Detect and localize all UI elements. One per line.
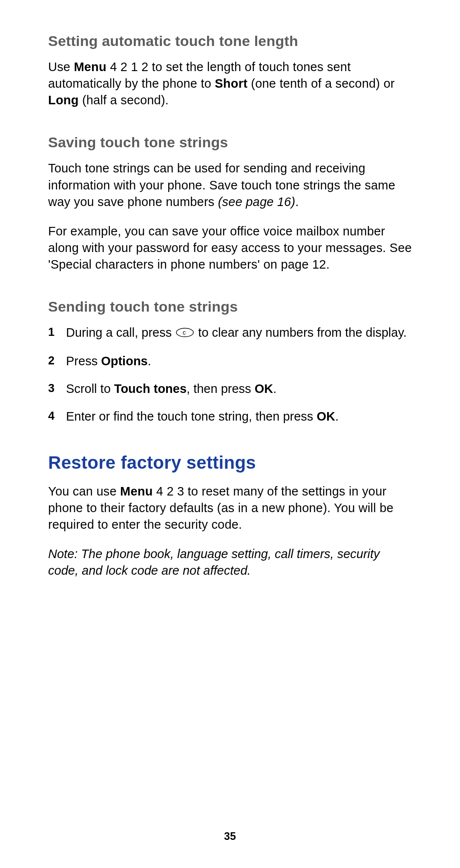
list-item: 1 During a call, press c to clear any nu…: [48, 324, 413, 342]
para-saving-1: Touch tone strings can be used for sendi…: [48, 160, 413, 210]
list-content: Scroll to Touch tones, then press OK.: [66, 381, 413, 397]
text-fragment: to clear any numbers from the display.: [195, 326, 407, 339]
text-fragment: Use: [48, 60, 74, 74]
section-saving-strings: Saving touch tone strings Touch tone str…: [48, 134, 413, 273]
list-number: 4: [48, 408, 66, 425]
list-content: Press Options.: [66, 353, 413, 370]
text-fragment: .: [335, 410, 339, 423]
text-italic-seepage: (see page 16): [218, 195, 296, 209]
text-fragment: .: [273, 382, 276, 395]
text-fragment: , then press: [187, 382, 255, 395]
heading-restore-factory: Restore factory settings: [48, 453, 413, 473]
text-fragment: Enter or find the touch tone string, the…: [66, 410, 316, 423]
text-fragment: (one tenth of a second) or: [247, 77, 395, 90]
text-fragment: During a call, press: [66, 326, 175, 339]
text-bold-menu: Menu: [120, 484, 153, 498]
page-number: 35: [0, 830, 460, 842]
list-number: 3: [48, 381, 66, 397]
text-fragment: .: [295, 195, 299, 209]
list-number: 1: [48, 324, 66, 342]
para-automatic-touch-tone: Use Menu 4 2 1 2 to set the length of to…: [48, 59, 413, 109]
text-bold-short: Short: [215, 77, 247, 90]
text-bold-options: Options: [101, 354, 148, 368]
text-bold-ok: OK: [316, 410, 335, 423]
list-item: 4 Enter or find the touch tone string, t…: [48, 408, 413, 425]
clear-key-icon: c: [176, 325, 194, 342]
ordered-list: 1 During a call, press c to clear any nu…: [48, 324, 413, 425]
para-saving-2: For example, you can save your office vo…: [48, 223, 413, 273]
text-fragment: Scroll to: [66, 382, 114, 395]
svg-text:c: c: [183, 329, 186, 336]
text-bold-touchtones: Touch tones: [114, 382, 187, 395]
text-fragment: You can use: [48, 484, 120, 498]
section-automatic-touch-tone: Setting automatic touch tone length Use …: [48, 33, 413, 109]
list-content: Enter or find the touch tone string, the…: [66, 408, 413, 425]
section-restore-factory: Restore factory settings You can use Men…: [48, 453, 413, 579]
heading-sending-strings: Sending touch tone strings: [48, 298, 413, 315]
list-item: 3 Scroll to Touch tones, then press OK.: [48, 381, 413, 397]
text-fragment: Press: [66, 354, 101, 368]
heading-saving-strings: Saving touch tone strings: [48, 134, 413, 151]
text-fragment: (half a second).: [79, 93, 169, 107]
list-item: 2 Press Options.: [48, 353, 413, 370]
text-bold-menu: Menu: [74, 60, 106, 74]
para-restore-note: Note: The phone book, language setting, …: [48, 546, 413, 579]
section-sending-strings: Sending touch tone strings 1 During a ca…: [48, 298, 413, 425]
para-restore-1: You can use Menu 4 2 3 to reset many of …: [48, 483, 413, 533]
text-bold-long: Long: [48, 93, 79, 107]
text-bold-ok: OK: [255, 382, 273, 395]
list-number: 2: [48, 353, 66, 370]
text-fragment: .: [148, 354, 151, 368]
heading-automatic-touch-tone: Setting automatic touch tone length: [48, 33, 413, 49]
list-content: During a call, press c to clear any numb…: [66, 324, 413, 342]
